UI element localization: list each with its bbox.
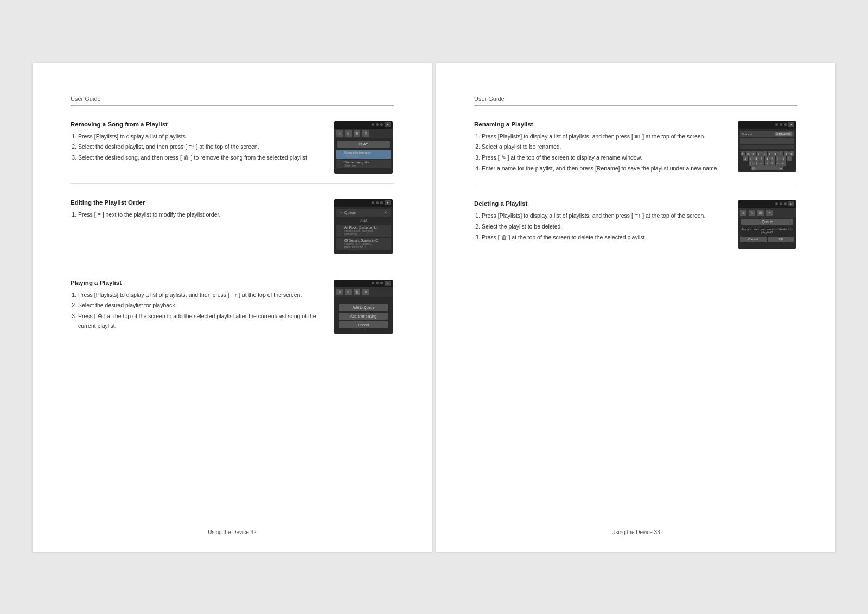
screen-toolbar-3: ⊕ ≡ 🗑 ✕ (334, 287, 393, 297)
renaming-steps: Press [Playlists] to display a list of p… (474, 132, 728, 174)
screen-toolbar-d: ⊕ ✎ 🗑 ✕ (738, 208, 796, 218)
add-label: Add (334, 218, 393, 224)
renaming-step-1: Press [Playlists] to display a list of p… (482, 132, 728, 142)
renaming-image: ✕ Cancel RENAME q w e r (738, 121, 797, 172)
dotr2 (780, 123, 782, 126)
edit-song-1: n Alt Rock, Concerto No. Franz/Georg Fra… (336, 225, 391, 237)
playing-step-3: Press [ ⊕ ] at the top of the screen to … (78, 312, 324, 331)
rename-input-2 (740, 145, 794, 149)
playing-step-2: Select the desired playlist for playback… (78, 301, 324, 311)
divider-r1 (474, 185, 797, 185)
renaming-title: Renaming a Playlist (474, 121, 728, 128)
edit-song-2: n Of Sonata, Sonata in C Franz K. 427, A… (336, 238, 391, 250)
section-removing-content: Removing a Song from a Playlist Press [P… (71, 121, 324, 164)
song-text-2: Second song title Artist info (344, 161, 369, 167)
x-btn-3: ✕ (385, 281, 391, 286)
dot5 (376, 201, 379, 204)
icon-trash: 🗑 (354, 130, 360, 137)
cancel-action: Cancel (740, 237, 767, 242)
removing-step-2: Select the desired playlist, and then pr… (78, 142, 324, 152)
dotr1 (775, 123, 778, 126)
editing-order-steps: Press [ ≡ ] next to the playlist to modi… (71, 210, 324, 220)
dot9 (380, 282, 383, 284)
icon-play: ▷ (336, 130, 343, 137)
section-renaming-content: Renaming a Playlist Press [Playlists] to… (474, 121, 728, 175)
editing-order-title: Editing the Playlist Order (71, 199, 324, 206)
rename-btn: RENAME (775, 132, 792, 136)
kb-row-3: z x c v b n m (739, 161, 795, 166)
screen-top-bar-r: ✕ (738, 121, 796, 129)
screen-top-bar-d: ✕ (738, 200, 796, 208)
page-right-footer: Using the Device 33 (436, 529, 835, 535)
x-btn-r: ✕ (788, 122, 794, 127)
song-text-1: Song title line one Artist name (344, 151, 371, 157)
dot8 (376, 282, 379, 284)
x-close: ✕ (384, 211, 387, 215)
playing-step-1: Press [Playlists] to display a list of p… (78, 290, 324, 300)
icon-c: 🗑 (354, 289, 360, 295)
icon-d2: ✎ (749, 210, 755, 216)
confirm-actions: Cancel OK (738, 236, 796, 243)
renaming-screen: ✕ Cancel RENAME q w e r (738, 121, 796, 172)
dotd1 (775, 202, 778, 205)
renaming-step-4: Enter a name for the playlist, and then … (482, 164, 728, 174)
renaming-step-2: Select a playlist to be renamed. (482, 142, 728, 152)
playing-playlist-steps: Press [Playlists] to display a list of p… (71, 290, 324, 331)
playing-playlist-image: ✕ ⊕ ≡ 🗑 ✕ Add to Queue Add after playing… (334, 280, 394, 334)
deleting-steps: Press [Playlists] to display a list of p… (474, 211, 728, 243)
x-btn: ✕ (385, 122, 391, 127)
dot6 (380, 201, 383, 204)
spread-container: User Guide Removing a Song from a Playli… (33, 63, 835, 552)
dotd3 (784, 202, 787, 205)
rename-bar: Cancel RENAME (740, 131, 794, 137)
queue-label: ← Queue (340, 211, 356, 214)
dot3 (380, 123, 383, 126)
kb-spacebar (756, 166, 778, 170)
deleting-step-2: Select the playlist to be deleted. (482, 222, 728, 232)
section-editing-content: Editing the Playlist Order Press [ ≡ ] n… (71, 199, 324, 221)
dotd2 (780, 202, 782, 205)
deleting-image: ✕ ⊕ ✎ 🗑 ✕ Queue Are you sure you want to… (738, 200, 797, 249)
dot4 (372, 201, 374, 204)
renaming-step-3: Press [ ✎ ] at the top of the screen to … (482, 153, 728, 163)
icon-b: ≡ (345, 289, 352, 295)
page-right-header: User Guide (474, 96, 797, 106)
section-editing-order: Editing the Playlist Order Press [ ≡ ] n… (71, 199, 394, 254)
icon-d3: 🗑 (757, 210, 764, 216)
icon-d4: ✕ (766, 210, 773, 216)
kb-row-2: a s d f g h j k l (739, 156, 795, 161)
removing-song-title: Removing a Song from a Playlist (71, 121, 324, 128)
add-to-queue-btn: Add to Queue (339, 304, 388, 311)
icon-list: ≡ (345, 130, 352, 137)
add-after-btn: Add after playing (339, 313, 388, 320)
dot2 (376, 123, 379, 126)
removing-song-screen: ✕ ▷ ≡ 🗑 ✕ PLAY n Song title line one Art… (334, 121, 393, 174)
queue-label-d: Queue (741, 219, 793, 225)
removing-song-image: ✕ ▷ ≡ 🗑 ✕ PLAY n Song title line one Art… (334, 121, 394, 174)
play-button: PLAY (337, 141, 390, 148)
cancel-btn: Cancel (339, 321, 388, 328)
cancel-label: Cancel (742, 132, 752, 136)
dot1 (372, 123, 374, 126)
rename-input-area (740, 138, 794, 144)
song-num-1: n (339, 153, 343, 156)
dot7 (372, 282, 374, 284)
song-num-2: n (339, 162, 343, 166)
playing-playlist-title: Playing a Playlist (71, 280, 324, 286)
screen-top-bar-2: ✕ (334, 199, 393, 207)
screen-toolbar: ▷ ≡ 🗑 ✕ (334, 129, 393, 138)
keyboard: q w e r t y u i o p a (738, 150, 796, 172)
editing-order-image: ✕ ← Queue ✕ Add n Alt Rock, Concerto No.… (334, 199, 394, 254)
icon-x: ✕ (362, 130, 369, 137)
ok-action: OK (768, 237, 795, 242)
icon-d: ✕ (362, 289, 369, 295)
page-left: User Guide Removing a Song from a Playli… (33, 63, 432, 552)
deleting-step-1: Press [Playlists] to display a list of p… (482, 211, 728, 221)
screen-top-bar-3: ✕ (334, 280, 393, 287)
removing-song-steps: Press [Playlists] to display a list of p… (71, 132, 324, 163)
section-playing-content: Playing a Playlist Press [Playlists] to … (71, 280, 324, 332)
deleting-title: Deleting a Playlist (474, 200, 728, 207)
editing-step-1: Press [ ≡ ] next to the playlist to modi… (78, 210, 324, 220)
editing-order-screen: ✕ ← Queue ✕ Add n Alt Rock, Concerto No.… (334, 199, 393, 254)
deleting-step-3: Press [ 🗑 ] at the top of the screen to … (482, 233, 728, 243)
